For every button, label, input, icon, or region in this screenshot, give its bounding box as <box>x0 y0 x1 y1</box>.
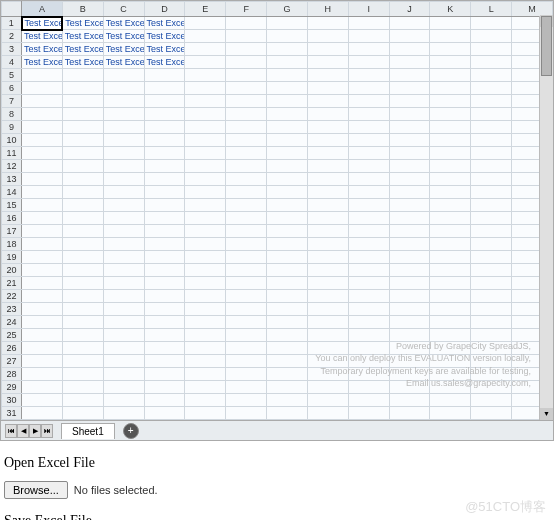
cell[interactable] <box>307 17 348 30</box>
cell[interactable] <box>144 147 185 160</box>
row-header[interactable]: 15 <box>2 199 22 212</box>
cell[interactable] <box>471 394 512 407</box>
row-header[interactable]: 9 <box>2 121 22 134</box>
column-header[interactable]: J <box>389 2 430 17</box>
cell[interactable] <box>226 173 267 186</box>
cell[interactable] <box>144 303 185 316</box>
cell[interactable] <box>185 303 226 316</box>
cell[interactable] <box>267 147 308 160</box>
cell[interactable] <box>471 160 512 173</box>
cell[interactable] <box>103 264 144 277</box>
cell[interactable] <box>103 355 144 368</box>
cell[interactable]: Test Excel <box>62 30 103 43</box>
cell[interactable] <box>389 277 430 290</box>
cell[interactable] <box>430 394 471 407</box>
cell[interactable] <box>226 43 267 56</box>
cell[interactable] <box>144 342 185 355</box>
row-header[interactable]: 3 <box>2 43 22 56</box>
cell[interactable] <box>471 290 512 303</box>
cell[interactable] <box>471 368 512 381</box>
cell[interactable] <box>226 121 267 134</box>
cell[interactable] <box>144 82 185 95</box>
cell[interactable] <box>185 82 226 95</box>
cell[interactable] <box>307 381 348 394</box>
cell[interactable] <box>226 368 267 381</box>
cell[interactable] <box>22 69 63 82</box>
cell[interactable]: Test Excel <box>103 17 144 30</box>
cell[interactable] <box>307 225 348 238</box>
cell[interactable] <box>471 56 512 69</box>
cell[interactable] <box>185 316 226 329</box>
cell[interactable] <box>471 186 512 199</box>
cell[interactable] <box>307 264 348 277</box>
cell[interactable] <box>471 251 512 264</box>
cell[interactable] <box>226 290 267 303</box>
cell[interactable] <box>348 30 389 43</box>
cell[interactable] <box>348 290 389 303</box>
cell[interactable] <box>389 394 430 407</box>
cell[interactable]: Test Excel <box>144 56 185 69</box>
cell[interactable] <box>430 199 471 212</box>
cell[interactable]: Test Excel <box>22 56 63 69</box>
cell[interactable] <box>307 173 348 186</box>
cell[interactable] <box>226 212 267 225</box>
cell[interactable] <box>307 121 348 134</box>
cell[interactable] <box>144 95 185 108</box>
cell[interactable] <box>471 407 512 420</box>
scroll-thumb[interactable] <box>541 16 552 76</box>
cell[interactable] <box>185 290 226 303</box>
cell[interactable] <box>267 199 308 212</box>
cell[interactable] <box>22 407 63 420</box>
cell[interactable] <box>226 69 267 82</box>
cell[interactable] <box>307 43 348 56</box>
cell[interactable] <box>144 199 185 212</box>
cell[interactable] <box>430 173 471 186</box>
cell[interactable] <box>430 329 471 342</box>
cell[interactable] <box>471 277 512 290</box>
cell[interactable] <box>226 82 267 95</box>
cell[interactable] <box>307 95 348 108</box>
row-header[interactable]: 25 <box>2 329 22 342</box>
cell[interactable] <box>430 342 471 355</box>
cell[interactable] <box>267 160 308 173</box>
cell[interactable] <box>471 212 512 225</box>
cell[interactable] <box>185 121 226 134</box>
row-header[interactable]: 26 <box>2 342 22 355</box>
cell[interactable] <box>62 303 103 316</box>
cell[interactable] <box>267 43 308 56</box>
cell[interactable] <box>307 251 348 264</box>
add-sheet-icon[interactable]: + <box>123 423 139 439</box>
cell[interactable] <box>226 134 267 147</box>
cell[interactable] <box>22 147 63 160</box>
cell[interactable] <box>348 69 389 82</box>
row-header[interactable]: 29 <box>2 381 22 394</box>
cell[interactable] <box>144 251 185 264</box>
cell[interactable] <box>226 329 267 342</box>
cell[interactable]: Test Excel <box>22 30 63 43</box>
cell[interactable] <box>185 199 226 212</box>
cell[interactable] <box>389 147 430 160</box>
cell[interactable] <box>62 186 103 199</box>
cell[interactable] <box>22 225 63 238</box>
cell[interactable] <box>389 69 430 82</box>
cell[interactable] <box>430 147 471 160</box>
cell[interactable] <box>62 342 103 355</box>
cell[interactable] <box>22 264 63 277</box>
cell[interactable] <box>103 407 144 420</box>
cell[interactable] <box>307 82 348 95</box>
cell[interactable] <box>226 394 267 407</box>
cell[interactable] <box>22 238 63 251</box>
cell[interactable] <box>348 394 389 407</box>
cell[interactable] <box>267 238 308 251</box>
row-header[interactable]: 13 <box>2 173 22 186</box>
cell[interactable] <box>389 17 430 30</box>
row-header[interactable]: 22 <box>2 290 22 303</box>
cell[interactable] <box>430 238 471 251</box>
cell[interactable] <box>185 342 226 355</box>
cell[interactable] <box>267 290 308 303</box>
cell[interactable] <box>62 95 103 108</box>
cell[interactable] <box>267 95 308 108</box>
cell[interactable] <box>430 303 471 316</box>
cell[interactable] <box>267 355 308 368</box>
cell[interactable] <box>471 342 512 355</box>
